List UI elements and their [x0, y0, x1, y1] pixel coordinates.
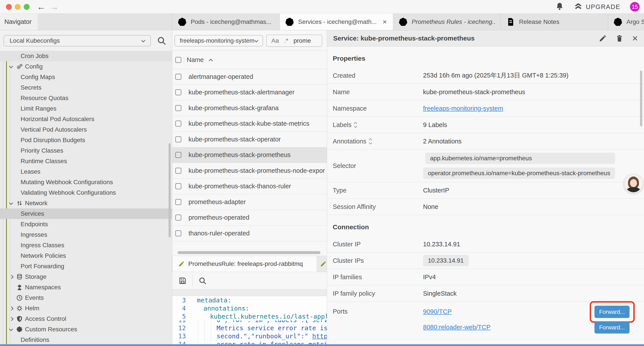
sidebar-item[interactable]: Custom Resources: [0, 324, 172, 335]
expand-collapse-icon[interactable]: [354, 122, 357, 127]
tree-chevron[interactable]: [10, 318, 16, 320]
table-row[interactable]: kube-prometheus-stack-alertmanager: [172, 85, 327, 100]
row-checkbox[interactable]: [175, 136, 181, 142]
tree-chevron[interactable]: [10, 329, 16, 331]
document-tab[interactable]: Argo Se ×: [608, 13, 644, 30]
forward-button[interactable]: Forward...: [594, 321, 630, 334]
table-row[interactable]: kube-prometheus-stack-prometheus: [172, 147, 327, 163]
minimize-window-button[interactable]: [15, 4, 20, 10]
sidebar-item[interactable]: Definitions: [0, 335, 172, 345]
delete-trash-icon[interactable]: [616, 34, 624, 42]
row-checkbox[interactable]: [175, 230, 181, 236]
sidebar-item[interactable]: Pod Disruption Budgets: [0, 135, 172, 145]
filter-input[interactable]: Aa .* prome: [266, 34, 322, 47]
sidebar-item[interactable]: Ingress Classes: [0, 240, 172, 251]
regex-toggle[interactable]: .*: [284, 37, 288, 44]
sidebar-item[interactable]: Access Control: [0, 314, 172, 324]
back-button[interactable]: ←: [37, 3, 45, 11]
editor-tab[interactable]: PrometheusRule: freeleaps-prod-rabbitmq: [172, 256, 317, 272]
match-case-toggle[interactable]: Aa: [271, 37, 279, 44]
document-tab[interactable]: Prometheus Rules - icecheng... ×: [393, 13, 501, 30]
yaml-editor[interactable]: 3 metadata: 4 annotations:: [172, 296, 327, 346]
sidebar-item[interactable]: Services: [0, 209, 172, 219]
namespace-link[interactable]: freeleaps-monitoring-system: [423, 105, 503, 112]
sidebar-item[interactable]: Resource Quotas: [0, 93, 172, 103]
edit-pencil-icon[interactable]: [599, 34, 607, 42]
namespace-selector[interactable]: freeleaps-monitoring-system: [174, 35, 263, 46]
forward-button[interactable]: →: [50, 3, 58, 11]
sidebar-item[interactable]: Storage: [0, 272, 172, 282]
sidebar-item[interactable]: Limit Ranges: [0, 103, 172, 114]
save-icon[interactable]: [178, 277, 187, 285]
sidebar-item[interactable]: Network: [0, 198, 172, 209]
tree-chevron[interactable]: [10, 297, 16, 299]
sidebar-item[interactable]: Secrets: [0, 82, 172, 93]
tree-chevron[interactable]: [10, 66, 16, 68]
row-checkbox[interactable]: [175, 199, 181, 205]
notifications-bell-icon[interactable]: [555, 2, 564, 11]
editor-tab-clipped[interactable]: [317, 256, 327, 272]
document-tab[interactable]: Pods - icecheng@mathmas... ×: [172, 13, 280, 30]
notification-count-badge[interactable]: 15: [630, 2, 640, 11]
sidebar-item[interactable]: Namespaces: [0, 282, 172, 293]
table-row[interactable]: kube-prometheus-stack-thanos-ruler: [172, 179, 327, 194]
horizontal-scrollbar[interactable]: [178, 251, 320, 254]
sidebar-item[interactable]: Validating Webhook Configurations: [0, 187, 172, 198]
select-all-checkbox[interactable]: [175, 57, 181, 63]
sidebar-item[interactable]: Helm: [0, 303, 172, 314]
close-window-button[interactable]: [6, 4, 12, 10]
sidebar-item[interactable]: Config Maps: [0, 72, 172, 82]
sidebar-item[interactable]: Config: [0, 61, 172, 72]
tree-chevron[interactable]: [10, 276, 16, 278]
sidebar-item[interactable]: Runtime Classes: [0, 156, 172, 166]
row-checkbox[interactable]: [175, 74, 181, 80]
column-header-name[interactable]: Name: [187, 56, 212, 63]
port-link[interactable]: 8080:reloader-web/TCP: [423, 324, 490, 331]
annotations-count[interactable]: 2 Annotations: [423, 138, 462, 145]
sidebar-item[interactable]: Leases: [0, 166, 172, 177]
tab-navigator[interactable]: Navigator: [0, 13, 38, 30]
sidebar-item[interactable]: Endpoints: [0, 219, 172, 230]
sidebar-search-icon[interactable]: [157, 36, 166, 45]
tree-chevron[interactable]: [10, 307, 16, 310]
close-panel-icon[interactable]: ×: [632, 34, 638, 42]
assistant-avatar[interactable]: [624, 174, 643, 193]
tree-chevron[interactable]: [10, 286, 16, 289]
sidebar-item[interactable]: Events: [0, 293, 172, 303]
expand-collapse-icon[interactable]: [369, 139, 372, 144]
sidebar-scrollbar[interactable]: [168, 143, 171, 237]
sidebar-item[interactable]: Port Forwarding: [0, 261, 172, 272]
sidebar-item[interactable]: Network Policies: [0, 251, 172, 261]
sidebar-item[interactable]: Vertical Pod Autoscalers: [0, 124, 172, 135]
row-checkbox[interactable]: [175, 215, 181, 221]
forward-button[interactable]: Forward...: [594, 306, 630, 318]
row-checkbox[interactable]: [175, 105, 181, 111]
table-row[interactable]: prometheus-operated: [172, 210, 327, 226]
table-row[interactable]: prometheus-adapter: [172, 194, 327, 210]
upgrade-button[interactable]: UPGRADE: [574, 2, 620, 11]
tree-chevron[interactable]: [10, 202, 16, 204]
row-checkbox[interactable]: [175, 121, 181, 127]
sidebar-item[interactable]: Ingresses: [0, 230, 172, 240]
document-tab[interactable]: Release Notes ×: [501, 13, 608, 30]
table-row[interactable]: kube-prometheus-stack-prometheus-node-ex…: [172, 163, 327, 179]
labels-count[interactable]: 9 Labels: [423, 121, 447, 129]
sidebar-item[interactable]: Cron Jobs: [0, 51, 172, 61]
table-row[interactable]: kube-prometheus-stack-kube-state-metrics: [172, 116, 327, 132]
editor-search-icon[interactable]: [198, 277, 207, 285]
sidebar-item[interactable]: Mutating Webhook Configurations: [0, 177, 172, 187]
sidebar-item[interactable]: Priority Classes: [0, 145, 172, 156]
kubeconfig-selector[interactable]: Local Kubeconfigs: [4, 35, 151, 46]
table-row[interactable]: kube-prometheus-stack-grafana: [172, 100, 327, 116]
port-link[interactable]: 9090/TCP: [423, 308, 452, 315]
row-checkbox[interactable]: [175, 168, 181, 174]
zoom-window-button[interactable]: [24, 4, 30, 10]
close-tab-icon[interactable]: ×: [382, 17, 388, 26]
document-tab[interactable]: Services - icecheng@math... ×: [280, 13, 393, 30]
detail-scrollbar[interactable]: [640, 70, 642, 126]
row-checkbox[interactable]: [175, 152, 181, 158]
row-checkbox[interactable]: [175, 183, 181, 189]
table-row[interactable]: alertmanager-operated: [172, 69, 327, 85]
table-row[interactable]: kube-prometheus-stack-operator: [172, 132, 327, 147]
table-row[interactable]: thanos-ruler-operated: [172, 226, 327, 241]
